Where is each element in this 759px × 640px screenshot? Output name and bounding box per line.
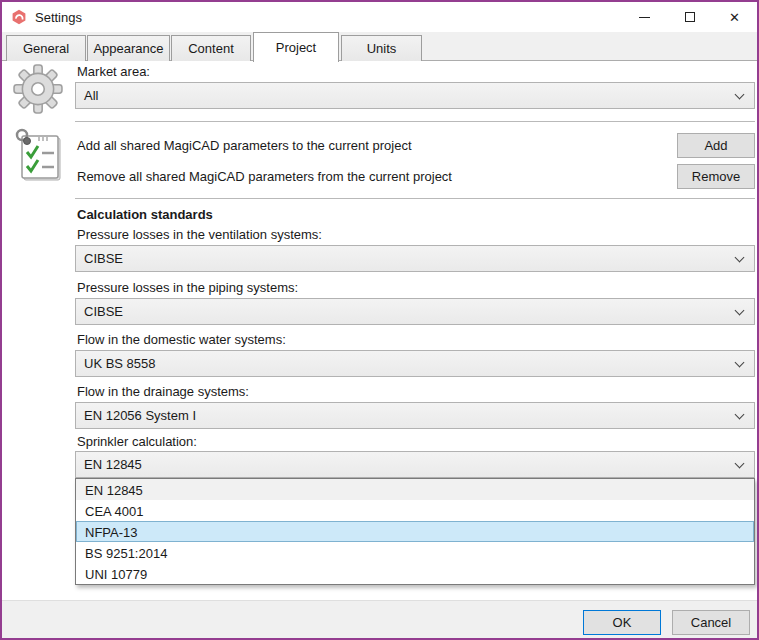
domestic-water-select[interactable]: UK BS 8558 [75,350,755,377]
ok-button[interactable]: OK [583,610,661,635]
tab-units[interactable]: Units [341,35,422,61]
title-bar: Settings ✕ [2,2,757,32]
project-tab-panel: Market area: All Add all shared MagiCAD … [2,61,757,602]
remove-button[interactable]: Remove [677,164,755,189]
tab-appearance[interactable]: Appearance [87,35,170,61]
ventilation-pressure-label: Pressure losses in the ventilation syste… [77,227,322,242]
window-title: Settings [35,10,82,25]
maximize-icon [685,12,695,22]
tab-strip: General Appearance Content Project Units [2,32,757,61]
dropdown-option-bs9251[interactable]: BS 9251:2014 [76,542,754,563]
market-area-label: Market area: [77,64,150,79]
chevron-down-icon [735,90,745,100]
dropdown-option-uni10779[interactable]: UNI 10779 [76,563,754,584]
tab-general[interactable]: General [6,35,86,61]
ventilation-pressure-select[interactable]: CIBSE [75,245,755,272]
dropdown-option-nfpa13[interactable]: NFPA-13 [76,521,754,542]
dialog-footer: OK Cancel [2,600,757,638]
sprinkler-calculation-value: EN 12845 [84,457,142,472]
remove-parameters-text: Remove all shared MagiCAD parameters fro… [77,169,452,184]
piping-pressure-select[interactable]: CIBSE [75,298,755,325]
tab-project[interactable]: Project [253,32,339,62]
chevron-down-icon [735,410,745,420]
sprinkler-calculation-label: Sprinkler calculation: [77,434,197,449]
chevron-down-icon [735,253,745,263]
domestic-water-value: UK BS 8558 [84,356,156,371]
chevron-down-icon [735,306,745,316]
drainage-flow-select[interactable]: EN 12056 System I [75,402,755,429]
checklist-clipboard-icon [12,128,64,184]
ventilation-pressure-value: CIBSE [84,251,123,266]
calculation-standards-heading: Calculation standards [77,207,213,222]
add-parameters-text: Add all shared MagiCAD parameters to the… [77,138,412,153]
dropdown-option-en12845[interactable]: EN 12845 [76,479,754,500]
chevron-down-icon [735,358,745,368]
add-button[interactable]: Add [677,133,755,158]
magicad-logo-icon [11,9,27,25]
chevron-down-icon [735,459,745,469]
minimize-icon [639,17,650,18]
sprinkler-dropdown-list: EN 12845 CEA 4001 NFPA-13 BS 9251:2014 U… [75,478,755,585]
cancel-button[interactable]: Cancel [672,610,750,635]
piping-pressure-label: Pressure losses in the piping systems: [77,280,298,295]
close-button[interactable]: ✕ [712,2,757,32]
section-divider [75,198,755,199]
sprinkler-calculation-select[interactable]: EN 12845 [75,451,755,478]
settings-window: Settings ✕ General Appearance Content Pr… [0,0,759,640]
drainage-flow-value: EN 12056 System I [84,408,196,423]
close-icon: ✕ [729,11,740,24]
market-area-select[interactable]: All [75,82,755,109]
domestic-water-label: Flow in the domestic water systems: [77,332,286,347]
dropdown-option-cea4001[interactable]: CEA 4001 [76,500,754,521]
minimize-button[interactable] [622,2,667,32]
maximize-button[interactable] [667,2,712,32]
section-divider [75,121,755,122]
drainage-flow-label: Flow in the drainage systems: [77,384,249,399]
market-area-value: All [84,88,98,103]
gear-icon [13,64,63,114]
piping-pressure-value: CIBSE [84,304,123,319]
tab-content[interactable]: Content [171,35,251,61]
